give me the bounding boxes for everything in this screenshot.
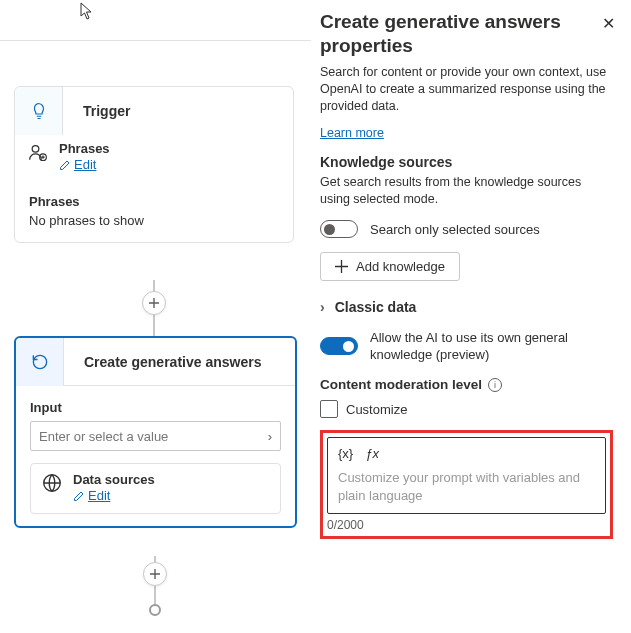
highlighted-region: {x} ƒx Customize your prompt with variab…: [320, 430, 613, 539]
prompt-placeholder: Customize your prompt with variables and…: [338, 469, 595, 505]
customize-checkbox[interactable]: [320, 400, 338, 418]
phrases-row[interactable]: Phrases Edit: [15, 135, 293, 182]
svg-point-0: [32, 146, 39, 153]
add-node-button[interactable]: [142, 291, 166, 315]
trigger-title: Trigger: [63, 103, 130, 119]
trigger-card[interactable]: Trigger Phrases Edit Phrases No phrases …: [14, 86, 294, 243]
allow-ai-label: Allow the AI to use its own general know…: [370, 329, 613, 363]
data-sources-label: Data sources: [73, 472, 155, 487]
end-node: [149, 604, 161, 616]
cursor-icon: [80, 2, 94, 23]
phrases-empty: No phrases to show: [29, 213, 279, 228]
learn-more-link[interactable]: Learn more: [320, 126, 384, 140]
plus-icon: [335, 260, 348, 273]
input-placeholder: Enter or select a value: [39, 429, 168, 444]
content-moderation-label: Content moderation level: [320, 377, 482, 392]
chevron-right-icon: ›: [268, 429, 272, 444]
variable-button[interactable]: {x}: [338, 446, 353, 461]
generative-icon: [16, 338, 64, 386]
search-selected-toggle[interactable]: [320, 220, 358, 238]
edit-data-sources-link[interactable]: Edit: [73, 488, 110, 503]
panel-title: Create generative answers properties: [320, 10, 613, 58]
chevron-right-icon: ›: [320, 299, 325, 315]
phrases-heading: Phrases: [29, 194, 279, 209]
customize-label: Customize: [346, 402, 407, 417]
input-label: Input: [16, 386, 295, 421]
add-knowledge-button[interactable]: Add knowledge: [320, 252, 460, 281]
phrases-icon: [27, 141, 49, 163]
generative-card[interactable]: Create generative answers Input Enter or…: [14, 336, 297, 528]
knowledge-sources-heading: Knowledge sources: [320, 154, 613, 170]
prompt-input[interactable]: {x} ƒx Customize your prompt with variab…: [327, 437, 606, 514]
properties-panel: ✕ Create generative answers properties S…: [316, 0, 631, 633]
trigger-icon: [15, 87, 63, 135]
plus-icon: [149, 568, 161, 580]
generative-title: Create generative answers: [64, 354, 261, 370]
close-button[interactable]: ✕: [602, 14, 615, 33]
data-sources-row[interactable]: Data sources Edit: [30, 463, 281, 514]
formula-button[interactable]: ƒx: [365, 446, 379, 461]
classic-data-toggle[interactable]: › Classic data: [320, 299, 613, 315]
canvas-divider: [0, 40, 311, 41]
info-icon[interactable]: i: [488, 378, 502, 392]
input-field[interactable]: Enter or select a value ›: [30, 421, 281, 451]
add-node-button[interactable]: [143, 562, 167, 586]
knowledge-sources-desc: Get search results from the knowledge so…: [320, 174, 613, 208]
panel-description: Search for content or provide your own c…: [320, 64, 613, 115]
char-counter: 0/2000: [327, 518, 606, 532]
connector: [154, 586, 156, 605]
phrases-label: Phrases: [59, 141, 110, 156]
plus-icon: [148, 297, 160, 309]
pencil-icon: [73, 490, 85, 502]
allow-ai-toggle[interactable]: [320, 337, 358, 355]
edit-phrases-link[interactable]: Edit: [59, 157, 96, 172]
globe-icon: [41, 472, 63, 497]
search-selected-label: Search only selected sources: [370, 221, 540, 238]
pencil-icon: [59, 159, 71, 171]
connector: [153, 315, 155, 338]
